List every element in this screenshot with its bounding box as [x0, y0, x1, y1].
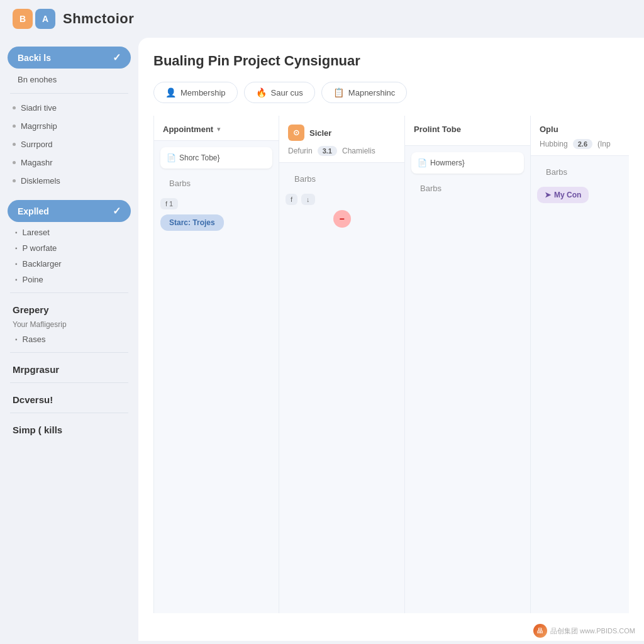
dot-icon	[13, 106, 16, 109]
sicler-barbs-label: Barbs	[286, 169, 398, 189]
tab-membership[interactable]: 👤 Membership	[153, 82, 238, 103]
logo-block-right: A	[35, 9, 55, 29]
sicler-meta-sub: Chamielis	[342, 147, 375, 155]
sidebar-item-label: Magashr	[21, 158, 53, 167]
down-arrow-icon: ↓	[306, 196, 310, 203]
red-minus-button[interactable]: −	[333, 210, 351, 228]
sidebar-section-backils[interactable]: Backi ls ✓	[8, 47, 131, 69]
sidebar-divider-5	[10, 413, 128, 413]
kanban-card-shorc[interactable]: 📄 Shorc Tobe}	[160, 147, 272, 169]
sidebar-item-label: Disklemels	[21, 176, 60, 186]
sidebar-group-simp: Simp ( kills	[0, 418, 138, 438]
appointment-col-header: Appointment ▾	[154, 116, 279, 141]
sicler-down-action[interactable]: ↓	[301, 194, 315, 205]
appointment-col-title: Appointment	[163, 125, 213, 134]
appointment-barbs-label: Barbs	[160, 174, 272, 193]
saurcus-icon: 🔥	[256, 87, 267, 97]
main-content: Bualing Pin Project Cynsignuar 👤 Members…	[138, 38, 644, 641]
sidebar-item-label: Magrrship	[21, 121, 57, 131]
appointment-card-actions: f 1	[160, 198, 272, 209]
oplu-badge: 2.6	[573, 139, 592, 149]
backils-check-icon: ✓	[113, 52, 121, 64]
layout: Backi ls ✓ Bn enohes Siadri tive Magrrsh…	[0, 38, 644, 641]
sidebar-sub-mafligesrip: Your Mafligesrip	[0, 318, 138, 331]
oplu-col-body: Barbs ➤ My Con	[531, 156, 629, 613]
sidebar-item-magashr[interactable]: Magashr	[0, 153, 138, 172]
dot-icon	[13, 143, 16, 146]
my-con-arrow-icon: ➤	[545, 191, 551, 199]
appointment-col-body: 📄 Shorc Tobe} Barbs f 1 Starc: Trojes	[154, 141, 279, 613]
document-icon: 📄	[167, 153, 176, 162]
sicler-meta-label: Defurin	[288, 147, 313, 155]
watermark-text: 品创集团 www.PBIDS.COM	[550, 626, 635, 636]
f-icon: f	[165, 200, 167, 208]
sidebar-section-explled[interactable]: Explled ✓	[8, 200, 131, 222]
sidebar-item-siadri[interactable]: Siadri tive	[0, 99, 138, 117]
sicler-title: Sicler	[309, 128, 331, 138]
sicler-meta: Defurin 3.1 Chamielis	[288, 146, 396, 156]
sidebar-sub-bn-enohes[interactable]: Bn enohes	[0, 71, 138, 88]
kanban-col-prolint: Prolint Tobe 📄 Howmers} Barbs	[405, 116, 531, 613]
appointment-caret-icon: ▾	[217, 125, 221, 133]
oplu-meta: Hubbing 2.6 (Inp	[540, 139, 629, 149]
sidebar-item-poine[interactable]: Poine	[0, 272, 138, 287]
page-title: Bualing Pin Project Cynsignuar	[153, 53, 629, 69]
sidebar-item-surrpord[interactable]: Surrpord	[0, 135, 138, 153]
sidebar-item-backlarger[interactable]: Backlarger	[0, 256, 138, 272]
watermark: 品 品创集团 www.PBIDS.COM	[533, 624, 635, 638]
sicler-card-actions: f ↓	[286, 194, 398, 205]
f-icon-sicler: f	[291, 196, 292, 203]
sidebar: Backi ls ✓ Bn enohes Siadri tive Magrrsh…	[0, 38, 138, 641]
sidebar-group-grepery: Grepery	[0, 298, 138, 318]
oplu-col-header: Oplu Hubbing 2.6 (Inp	[531, 116, 629, 156]
sidebar-item-lareset[interactable]: Lareset	[0, 225, 138, 240]
sidebar-item-magrrship[interactable]: Magrrship	[0, 117, 138, 135]
oplu-col-title: Oplu	[540, 125, 629, 134]
prolint-col-header: Prolint Tobe	[405, 116, 530, 146]
oplu-meta-sub: (Inp	[597, 140, 611, 148]
sidebar-item-pworfate[interactable]: P worfate	[0, 240, 138, 256]
kanban-col-sicler: ⊙ Sicler Defurin 3.1 Chamielis Barbs f	[279, 116, 405, 613]
prolint-col-title: Prolint Tobe	[414, 125, 521, 134]
header: B A Shmctoior	[0, 0, 644, 38]
kanban-col-appointment: Appointment ▾ 📄 Shorc Tobe} Barbs	[153, 116, 279, 613]
sidebar-item-rases[interactable]: Rases	[0, 331, 138, 347]
dot-icon	[13, 161, 16, 164]
kanban-card-howmers[interactable]: 📄 Howmers}	[411, 152, 524, 174]
dot-icon	[13, 179, 16, 182]
mapnershinc-icon: 📋	[333, 87, 344, 97]
oplu-barbs-label: Barbs	[537, 162, 629, 182]
logo-block-left: B	[13, 9, 33, 29]
sidebar-divider-1	[10, 93, 128, 94]
prolint-col-body: 📄 Howmers} Barbs	[405, 146, 530, 613]
card-howmers-title: 📄 Howmers}	[418, 158, 518, 167]
sicler-col-header: ⊙ Sicler Defurin 3.1 Chamielis	[279, 116, 404, 163]
tab-saurcus[interactable]: 🔥 Saur cus	[244, 82, 315, 103]
sidebar-item-label: Siadri tive	[21, 103, 57, 113]
dot-icon	[13, 125, 16, 128]
sidebar-item-disklemels[interactable]: Disklemels	[0, 172, 138, 190]
tab-mapnershinc[interactable]: 📋 Mapnershinc	[321, 82, 407, 103]
sidebar-group-dcversu: Dcversu!	[0, 388, 138, 408]
sicler-f-action[interactable]: f	[286, 194, 297, 205]
oplu-meta-label: Hubbing	[540, 140, 568, 148]
sidebar-divider-2	[10, 292, 128, 293]
sicler-col-title-wrap: ⊙ Sicler	[288, 125, 396, 141]
tab-saurcus-label: Saur cus	[271, 88, 303, 97]
appointment-f-action[interactable]: f 1	[160, 198, 178, 209]
kanban-col-oplu: Oplu Hubbing 2.6 (Inp Barbs ➤ My Con	[531, 116, 629, 613]
tab-mapnershinc-label: Mapnershinc	[348, 88, 395, 97]
sidebar-item-label: Surrpord	[21, 140, 53, 149]
document-icon-prolint: 📄	[418, 158, 427, 167]
sidebar-divider-3	[10, 352, 128, 353]
tab-bar: 👤 Membership 🔥 Saur cus 📋 Mapnershinc	[153, 82, 629, 103]
sidebar-group-mrpgrasur: Mrpgrasur	[0, 358, 138, 377]
app-title: Shmctoior	[63, 11, 134, 27]
sidebar-section-backils-label: Backi ls	[18, 53, 51, 63]
sidebar-section-explled-label: Explled	[18, 206, 49, 216]
start-trojes-button[interactable]: Starc: Trojes	[160, 214, 224, 231]
my-con-button[interactable]: ➤ My Con	[537, 187, 589, 203]
prolint-barbs-label: Barbs	[411, 179, 524, 198]
tab-membership-label: Membership	[180, 88, 226, 97]
sidebar-divider-4	[10, 382, 128, 383]
